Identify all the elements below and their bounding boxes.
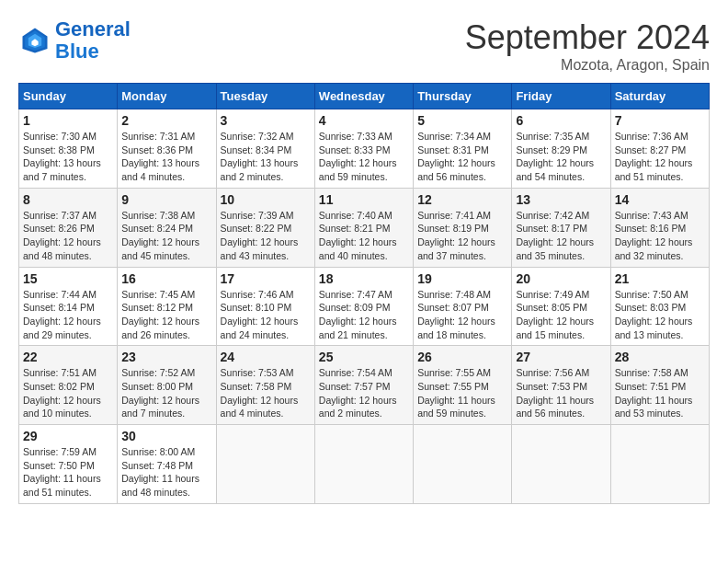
table-row: 1Sunrise: 7:30 AMSunset: 8:38 PMDaylight… (19, 109, 118, 189)
logo-icon (18, 24, 51, 57)
day-info: Sunrise: 7:48 AMSunset: 8:07 PMDaylight:… (417, 288, 507, 342)
day-info: Sunrise: 7:35 AMSunset: 8:29 PMDaylight:… (516, 130, 606, 184)
month-title: September 2024 (465, 18, 710, 57)
calendar-table: Sunday Monday Tuesday Wednesday Thursday… (18, 83, 710, 504)
table-row (216, 425, 314, 504)
day-info: Sunrise: 7:46 AMSunset: 8:10 PMDaylight:… (221, 288, 311, 342)
table-row: 22Sunrise: 7:51 AMSunset: 8:02 PMDayligh… (19, 346, 118, 425)
day-info: Sunrise: 7:41 AMSunset: 8:19 PMDaylight:… (417, 209, 507, 263)
day-number: 24 (221, 350, 311, 364)
day-number: 21 (615, 271, 705, 286)
day-number: 11 (319, 192, 409, 207)
day-info: Sunrise: 7:55 AMSunset: 7:55 PMDaylight:… (417, 366, 507, 420)
day-number: 26 (417, 350, 507, 364)
day-info: Sunrise: 7:32 AMSunset: 8:34 PMDaylight:… (221, 130, 311, 184)
col-sunday: Sunday (19, 84, 118, 109)
day-number: 13 (516, 192, 606, 207)
day-info: Sunrise: 7:43 AMSunset: 8:16 PMDaylight:… (615, 209, 705, 263)
title-block: September 2024 Mozota, Aragon, Spain (465, 18, 710, 74)
day-number: 29 (23, 429, 113, 443)
table-row: 14Sunrise: 7:43 AMSunset: 8:16 PMDayligh… (610, 188, 709, 267)
table-row: 20Sunrise: 7:49 AMSunset: 8:05 PMDayligh… (512, 267, 610, 346)
calendar-week-row: 15Sunrise: 7:44 AMSunset: 8:14 PMDayligh… (19, 267, 710, 346)
day-number: 6 (516, 113, 606, 128)
day-number: 14 (615, 192, 705, 207)
day-info: Sunrise: 7:56 AMSunset: 7:53 PMDaylight:… (516, 366, 606, 420)
day-number: 4 (319, 113, 409, 128)
day-number: 10 (221, 192, 311, 207)
table-row: 10Sunrise: 7:39 AMSunset: 8:22 PMDayligh… (216, 188, 314, 267)
calendar-week-row: 8Sunrise: 7:37 AMSunset: 8:26 PMDaylight… (19, 188, 710, 267)
table-row: 12Sunrise: 7:41 AMSunset: 8:19 PMDayligh… (414, 188, 512, 267)
calendar-week-row: 22Sunrise: 7:51 AMSunset: 8:02 PMDayligh… (19, 346, 710, 425)
day-number: 5 (417, 113, 507, 128)
table-row: 18Sunrise: 7:47 AMSunset: 8:09 PMDayligh… (314, 267, 413, 346)
col-monday: Monday (118, 84, 216, 109)
day-number: 30 (121, 429, 211, 443)
day-number: 25 (319, 350, 409, 364)
day-info: Sunrise: 8:00 AMSunset: 7:48 PMDaylight:… (121, 445, 211, 500)
day-info: Sunrise: 7:49 AMSunset: 8:05 PMDaylight:… (516, 288, 606, 342)
day-number: 19 (417, 271, 507, 286)
day-number: 9 (121, 192, 211, 207)
table-row: 19Sunrise: 7:48 AMSunset: 8:07 PMDayligh… (414, 267, 512, 346)
day-info: Sunrise: 7:50 AMSunset: 8:03 PMDaylight:… (615, 288, 705, 342)
day-number: 12 (417, 192, 507, 207)
day-number: 7 (615, 113, 705, 128)
logo: GeneralBlue (18, 18, 131, 63)
table-row: 30Sunrise: 8:00 AMSunset: 7:48 PMDayligh… (118, 425, 216, 504)
day-info: Sunrise: 7:44 AMSunset: 8:14 PMDaylight:… (23, 288, 113, 342)
day-info: Sunrise: 7:54 AMSunset: 7:57 PMDaylight:… (319, 366, 409, 420)
col-saturday: Saturday (610, 84, 709, 109)
table-row: 16Sunrise: 7:45 AMSunset: 8:12 PMDayligh… (118, 267, 216, 346)
day-info: Sunrise: 7:42 AMSunset: 8:17 PMDaylight:… (516, 209, 606, 263)
day-info: Sunrise: 7:52 AMSunset: 8:00 PMDaylight:… (121, 366, 211, 420)
day-number: 2 (121, 113, 211, 128)
page-header: GeneralBlue September 2024 Mozota, Arago… (18, 18, 710, 74)
table-row: 17Sunrise: 7:46 AMSunset: 8:10 PMDayligh… (216, 267, 314, 346)
day-info: Sunrise: 7:34 AMSunset: 8:31 PMDaylight:… (417, 130, 507, 184)
table-row (414, 425, 512, 504)
day-info: Sunrise: 7:40 AMSunset: 8:21 PMDaylight:… (319, 209, 409, 263)
table-row: 8Sunrise: 7:37 AMSunset: 8:26 PMDaylight… (19, 188, 118, 267)
col-tuesday: Tuesday (216, 84, 314, 109)
calendar-week-row: 1Sunrise: 7:30 AMSunset: 8:38 PMDaylight… (19, 109, 710, 189)
day-info: Sunrise: 7:59 AMSunset: 7:50 PMDaylight:… (23, 445, 113, 500)
table-row: 3Sunrise: 7:32 AMSunset: 8:34 PMDaylight… (216, 109, 314, 189)
day-number: 18 (319, 271, 409, 286)
table-row: 25Sunrise: 7:54 AMSunset: 7:57 PMDayligh… (314, 346, 413, 425)
day-info: Sunrise: 7:58 AMSunset: 7:51 PMDaylight:… (615, 366, 705, 420)
table-row: 15Sunrise: 7:44 AMSunset: 8:14 PMDayligh… (19, 267, 118, 346)
day-info: Sunrise: 7:30 AMSunset: 8:38 PMDaylight:… (23, 130, 113, 184)
table-row: 24Sunrise: 7:53 AMSunset: 7:58 PMDayligh… (216, 346, 314, 425)
table-row (610, 425, 709, 504)
table-row: 29Sunrise: 7:59 AMSunset: 7:50 PMDayligh… (19, 425, 118, 504)
table-row: 27Sunrise: 7:56 AMSunset: 7:53 PMDayligh… (512, 346, 610, 425)
day-info: Sunrise: 7:45 AMSunset: 8:12 PMDaylight:… (121, 288, 211, 342)
day-info: Sunrise: 7:53 AMSunset: 7:58 PMDaylight:… (221, 366, 311, 420)
calendar-week-row: 29Sunrise: 7:59 AMSunset: 7:50 PMDayligh… (19, 425, 710, 504)
table-row: 23Sunrise: 7:52 AMSunset: 8:00 PMDayligh… (118, 346, 216, 425)
table-row: 7Sunrise: 7:36 AMSunset: 8:27 PMDaylight… (610, 109, 709, 189)
table-row: 6Sunrise: 7:35 AMSunset: 8:29 PMDaylight… (512, 109, 610, 189)
table-row (314, 425, 413, 504)
day-info: Sunrise: 7:31 AMSunset: 8:36 PMDaylight:… (121, 130, 211, 184)
col-friday: Friday (512, 84, 610, 109)
day-info: Sunrise: 7:39 AMSunset: 8:22 PMDaylight:… (221, 209, 311, 263)
table-row: 5Sunrise: 7:34 AMSunset: 8:31 PMDaylight… (414, 109, 512, 189)
table-row: 13Sunrise: 7:42 AMSunset: 8:17 PMDayligh… (512, 188, 610, 267)
day-number: 16 (121, 271, 211, 286)
table-row: 2Sunrise: 7:31 AMSunset: 8:36 PMDaylight… (118, 109, 216, 189)
calendar-header-row: Sunday Monday Tuesday Wednesday Thursday… (19, 84, 710, 109)
day-info: Sunrise: 7:38 AMSunset: 8:24 PMDaylight:… (121, 209, 211, 263)
day-info: Sunrise: 7:37 AMSunset: 8:26 PMDaylight:… (23, 209, 113, 263)
day-number: 27 (516, 350, 606, 364)
day-number: 3 (221, 113, 311, 128)
day-number: 15 (23, 271, 113, 286)
col-wednesday: Wednesday (314, 84, 413, 109)
day-number: 28 (615, 350, 705, 364)
location: Mozota, Aragon, Spain (465, 57, 710, 74)
table-row: 9Sunrise: 7:38 AMSunset: 8:24 PMDaylight… (118, 188, 216, 267)
day-number: 1 (23, 113, 113, 128)
day-info: Sunrise: 7:47 AMSunset: 8:09 PMDaylight:… (319, 288, 409, 342)
